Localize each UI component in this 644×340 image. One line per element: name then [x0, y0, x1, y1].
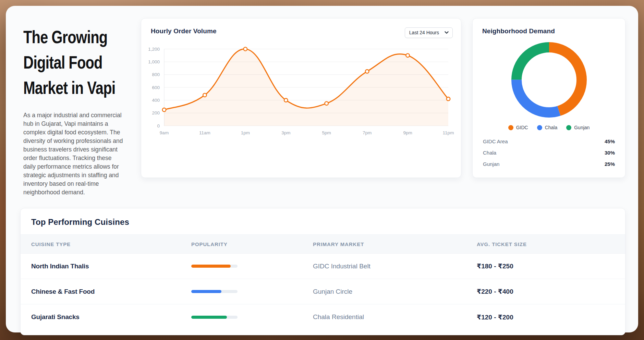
donut-legend: GIDCChalaGunjan [482, 125, 616, 130]
popularity-bar-track [191, 316, 238, 319]
breakdown-row: Chala30% [482, 147, 616, 158]
hourly-card-header: Hourly Order Volume Last 24 Hours [149, 27, 453, 38]
donut-wrap [482, 40, 616, 119]
legend-item-gunjan[interactable]: Gunjan [566, 125, 590, 130]
table-header-row: CUISINE TYPE POPULARITY PRIMARY MARKET A… [21, 234, 625, 254]
cell-avg-ticket-size: ₹120 - ₹200 [477, 313, 625, 321]
y-axis-label: 800 [152, 72, 160, 77]
page-title-line-3: Market in Vapi [23, 75, 109, 100]
data-point [365, 70, 369, 73]
legend-item-label: Gunjan [574, 125, 590, 130]
x-axis-label: 9pm [403, 130, 412, 135]
y-axis-label: 200 [152, 110, 160, 116]
data-point [162, 108, 166, 111]
cell-popularity [191, 265, 313, 268]
data-point [406, 53, 409, 57]
table-title: Top Performing Cuisines [21, 208, 625, 234]
hero-section: The Growing Digital Food Market in Vapi … [20, 18, 130, 196]
x-axis-label: 5pm [322, 130, 331, 135]
page-title: The Growing Digital Food Market in Vapi [23, 24, 109, 100]
column-header-cuisine-type: CUISINE TYPE [31, 241, 191, 247]
neighborhood-donut-chart [510, 40, 588, 119]
breakdown-label: Chala [483, 150, 496, 156]
x-axis-label: 11am [199, 130, 210, 135]
column-header-popularity: POPULARITY [191, 241, 313, 247]
data-point [447, 97, 450, 100]
cell-primary-market: GIDC Industrial Belt [313, 263, 477, 270]
breakdown-value: 25% [605, 161, 615, 167]
top-cuisines-card: Top Performing Cuisines CUISINE TYPE POP… [20, 208, 625, 335]
data-point [325, 101, 328, 105]
legend-dot-icon [566, 125, 571, 130]
cell-popularity [191, 290, 313, 293]
cell-popularity [191, 316, 313, 319]
cell-cuisine-type: North Indian Thalis [31, 263, 191, 270]
breakdown-row: Gunjan25% [482, 158, 616, 170]
x-axis-label: 1pm [241, 130, 250, 135]
x-axis-label: 7pm [363, 130, 372, 135]
data-point [284, 98, 288, 102]
y-axis-label: 0 [157, 123, 160, 129]
cell-primary-market: Chala Residential [313, 313, 477, 321]
column-header-primary-market: PRIMARY MARKET [313, 241, 477, 247]
legend-item-label: GIDC [516, 125, 528, 130]
table-row: Gujarati SnacksChala Residential₹120 - ₹… [21, 304, 625, 330]
legend-item-gidc[interactable]: GIDC [508, 125, 528, 130]
hourly-line-chart: 02004006008001,0001,2009am11am1pm3pm5pm7… [141, 40, 461, 160]
cell-cuisine-type: Chinese & Fast Food [31, 288, 191, 295]
legend-dot-icon [508, 125, 513, 130]
breakdown-value: 30% [605, 150, 615, 156]
chevron-down-icon [445, 31, 449, 34]
page-title-line-1: The Growing [23, 24, 109, 50]
table-body: North Indian ThalisGIDC Industrial Belt₹… [21, 254, 625, 330]
breakdown-value: 45% [605, 138, 615, 144]
y-axis-label: 600 [152, 85, 160, 90]
time-range-value: Last 24 Hours [409, 30, 439, 35]
popularity-bar-track [191, 290, 238, 293]
y-axis-label: 1,200 [148, 47, 160, 52]
column-header-avg-ticket-size: AVG. TICKET SIZE [477, 241, 625, 247]
cell-primary-market: Gunjan Circle [313, 288, 477, 295]
hourly-card-title: Hourly Order Volume [151, 27, 217, 35]
x-axis-label: 11pm [443, 130, 454, 135]
legend-item-label: Chala [545, 125, 558, 130]
x-axis-label: 9am [160, 130, 169, 135]
y-axis-label: 1,000 [148, 59, 160, 64]
cell-avg-ticket-size: ₹180 - ₹250 [477, 262, 625, 270]
legend-dot-icon [537, 125, 542, 130]
cell-avg-ticket-size: ₹220 - ₹400 [477, 288, 625, 295]
popularity-bar-fill [191, 265, 231, 268]
neighborhood-demand-card: Neighborhood Demand GIDCChalaGunjan GIDC… [472, 18, 625, 178]
breakdown-label: GIDC Area [483, 138, 508, 144]
x-axis-label: 3pm [281, 130, 290, 135]
cell-cuisine-type: Gujarati Snacks [31, 313, 191, 321]
hourly-order-volume-card: Hourly Order Volume Last 24 Hours 020040… [141, 18, 461, 178]
neighborhood-card-title: Neighborhood Demand [482, 27, 616, 35]
data-point [244, 47, 247, 51]
top-row: The Growing Digital Food Market in Vapi … [20, 18, 625, 196]
popularity-bar-track [191, 265, 238, 268]
y-axis-label: 400 [152, 98, 160, 103]
table-row: Chinese & Fast FoodGunjan Circle₹220 - ₹… [21, 279, 625, 304]
page-description: As a major industrial and commercial hub… [23, 111, 125, 196]
popularity-bar-fill [191, 316, 227, 319]
table-row: North Indian ThalisGIDC Industrial Belt₹… [21, 254, 625, 279]
page-title-line-2: Digital Food [23, 50, 109, 75]
data-point [203, 93, 206, 97]
legend-item-chala[interactable]: Chala [537, 125, 558, 130]
neighborhood-breakdown-list: GIDC Area45%Chala30%Gunjan25% [482, 136, 616, 170]
dashboard-panel: The Growing Digital Food Market in Vapi … [6, 6, 638, 332]
time-range-select[interactable]: Last 24 Hours [405, 27, 453, 38]
popularity-bar-fill [191, 290, 221, 293]
breakdown-row: GIDC Area45% [482, 136, 616, 147]
breakdown-label: Gunjan [483, 161, 499, 167]
